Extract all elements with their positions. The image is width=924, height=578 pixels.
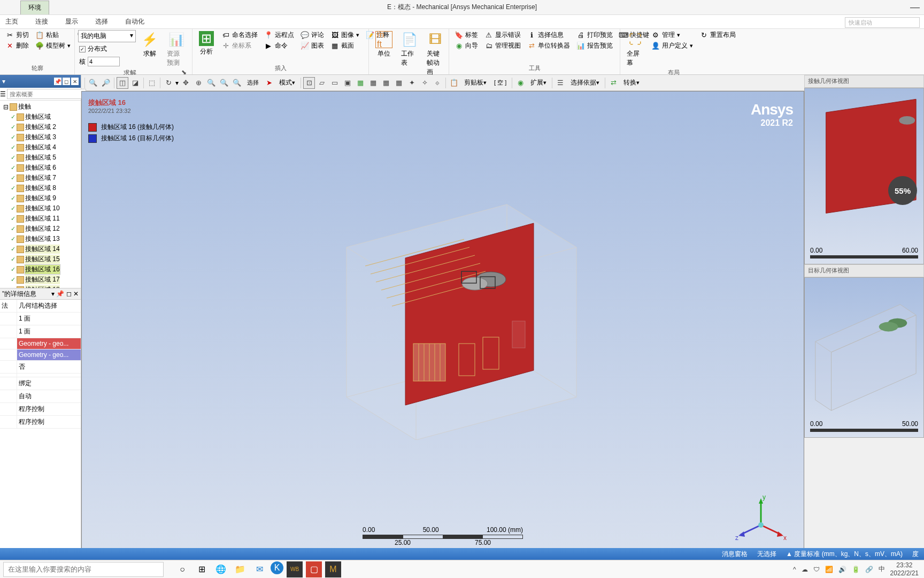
view-mgr-button[interactable]: 🗂管理视图 bbox=[482, 41, 523, 51]
sel-node-icon[interactable]: ▦ bbox=[355, 77, 366, 89]
detail-row[interactable]: 程序控制 bbox=[0, 416, 81, 429]
tree-item[interactable]: ✓接触区域 16 bbox=[1, 264, 80, 275]
tray-battery-icon[interactable]: 🔋 bbox=[852, 566, 860, 573]
report-button[interactable]: 📊报告预览 bbox=[574, 41, 615, 51]
tree-item[interactable]: ✓接触区域 bbox=[1, 112, 80, 122]
tree-item[interactable]: ✓接触区域 7 bbox=[1, 173, 80, 183]
tree-item[interactable]: ✓接触区域 10 bbox=[1, 203, 80, 214]
chart-button[interactable]: 📈图表 bbox=[298, 41, 326, 51]
extend-icon[interactable]: ◉ bbox=[514, 77, 526, 89]
tray-volume-icon[interactable]: 🔊 bbox=[838, 566, 846, 573]
tree-item[interactable]: ✓接触区域 4 bbox=[1, 142, 80, 153]
cores-input[interactable] bbox=[88, 57, 120, 66]
tree-button[interactable]: 🌳模型树▾ bbox=[33, 41, 73, 51]
tree-item[interactable]: ✓接触区域 2 bbox=[1, 122, 80, 132]
tree-item[interactable]: ✓接触区域 15 bbox=[1, 254, 80, 264]
details-grid[interactable]: 法几何结构选择1 面1 面Geometry - geo...Geometry -… bbox=[0, 300, 81, 429]
cube-wire-icon[interactable]: ◪ bbox=[129, 77, 141, 89]
pan-icon[interactable]: ✥ bbox=[180, 77, 191, 89]
extend-label[interactable]: 扩展▾ bbox=[527, 78, 550, 87]
cube-shaded-icon[interactable]: ◫ bbox=[117, 77, 128, 89]
menu-select[interactable]: 选择 bbox=[87, 15, 117, 28]
selinfo-button[interactable]: ℹ选择信息 bbox=[525, 30, 572, 40]
manage-button[interactable]: ⚙管理▾ bbox=[649, 30, 695, 40]
pin-icon[interactable]: 📌 bbox=[54, 78, 61, 85]
wizard-button[interactable]: ◉向导 bbox=[452, 41, 480, 51]
comment-button[interactable]: 💬评论 bbox=[298, 30, 326, 40]
detail-row[interactable]: 法几何结构选择 bbox=[0, 300, 81, 313]
context-tab[interactable]: 环境 bbox=[20, 1, 49, 14]
clipboard-icon[interactable]: 📋 bbox=[448, 77, 460, 89]
close-icon[interactable]: ✕ bbox=[71, 78, 79, 85]
detail-row[interactable]: 程序控制 bbox=[0, 403, 81, 416]
unitconv-button[interactable]: ⇄单位转换器 bbox=[525, 41, 572, 51]
tray-ime[interactable]: 中 bbox=[879, 565, 885, 574]
contact-body-view[interactable]: 55% 0.0060.00 bbox=[804, 88, 924, 264]
sel-face-icon[interactable]: ▭ bbox=[329, 77, 341, 89]
sel-body-icon[interactable]: ▣ bbox=[342, 77, 353, 89]
detail-row[interactable]: 自动 bbox=[0, 390, 81, 403]
app-wb-icon[interactable]: WB bbox=[287, 561, 303, 577]
named-sel-button[interactable]: 🏷命名选择 bbox=[219, 30, 260, 40]
sel-elem-icon[interactable]: ▦ bbox=[367, 77, 379, 89]
detail-row[interactable]: 绑定 bbox=[0, 377, 81, 390]
edge-icon[interactable]: 🌐 bbox=[213, 561, 229, 577]
minimize-button[interactable]: — bbox=[910, 2, 920, 13]
sel-edge-icon[interactable]: ▱ bbox=[316, 77, 328, 89]
sel-vertex-icon[interactable]: ⊡ bbox=[303, 77, 315, 89]
detail-row[interactable] bbox=[0, 374, 81, 377]
zoom-in-icon[interactable]: 🔍 bbox=[87, 77, 99, 89]
fullscreen-button[interactable]: ⛶全屏幕 bbox=[623, 30, 647, 69]
detail-row[interactable]: 1 面 bbox=[0, 325, 81, 338]
analysis-button[interactable]: ⊞分析 bbox=[196, 30, 217, 57]
cursor-icon[interactable]: ➤ bbox=[263, 77, 275, 89]
errors-button[interactable]: ⚠显示错误 bbox=[482, 30, 523, 40]
solve-button[interactable]: ⚡求解 bbox=[138, 30, 161, 59]
zoom-fit-icon[interactable]: ⊕ bbox=[192, 77, 204, 89]
rotate-icon[interactable]: ↻ bbox=[163, 77, 174, 89]
cut-button[interactable]: ✂剪切 bbox=[3, 30, 31, 40]
explorer-icon[interactable]: 📁 bbox=[232, 561, 248, 577]
iso-icon[interactable]: ⬚ bbox=[146, 77, 158, 89]
tray-security-icon[interactable]: 🛡 bbox=[813, 566, 820, 573]
app-m-icon[interactable]: M bbox=[325, 561, 341, 577]
main-viewport[interactable]: 接触区域 16 2022/2/21 23:32 接触区域 16 (接触几何体) … bbox=[81, 91, 804, 558]
zoom-minus-icon[interactable]: 🔍 bbox=[218, 77, 230, 89]
tray-wifi-icon[interactable]: 📶 bbox=[825, 566, 833, 573]
remote-pt-button[interactable]: 📍远程点 bbox=[262, 30, 296, 40]
target-body-view[interactable]: 0.0050.00 bbox=[804, 277, 924, 438]
quick-launch-input[interactable]: 快速启动 bbox=[845, 17, 920, 28]
window-icon[interactable]: ◻ bbox=[63, 78, 70, 85]
convert-icon[interactable]: ⇄ bbox=[607, 77, 619, 89]
sel-d-icon[interactable]: ✧ bbox=[419, 77, 430, 89]
tray-link-icon[interactable]: 🔗 bbox=[865, 566, 873, 573]
windows-search-input[interactable] bbox=[3, 562, 164, 577]
cortana-icon[interactable]: ○ bbox=[174, 561, 190, 577]
coord-button[interactable]: ✛坐标系 bbox=[219, 41, 260, 51]
computer-dropdown[interactable]: 我的电脑 ▾ bbox=[78, 30, 136, 42]
tree-root[interactable]: ⊟接触 bbox=[1, 102, 80, 112]
taskview-icon[interactable]: ⊞ bbox=[194, 561, 210, 577]
detail-row[interactable]: 1 面 bbox=[0, 313, 81, 325]
tree-item[interactable]: ✓接触区域 13 bbox=[1, 234, 80, 244]
zoom-out-icon[interactable]: 🔎 bbox=[100, 77, 112, 89]
selectby-label[interactable]: 选择依据▾ bbox=[567, 78, 603, 87]
tag-button[interactable]: 🔖标签 bbox=[452, 30, 480, 40]
tree-item[interactable]: ✓接触区域 8 bbox=[1, 183, 80, 193]
image-button[interactable]: 🖼图像▾ bbox=[328, 30, 361, 40]
menu-display[interactable]: 显示 bbox=[57, 15, 87, 28]
keyframe-button[interactable]: 🎞关键帧动画 bbox=[424, 30, 447, 78]
outline-search-input[interactable] bbox=[7, 89, 86, 99]
worksheet-button[interactable]: 📄工作表 bbox=[398, 30, 421, 69]
command-button[interactable]: ▶命令 bbox=[262, 41, 296, 51]
paste-button[interactable]: 📋粘贴 bbox=[33, 30, 73, 40]
tree-item[interactable]: ✓接触区域 5 bbox=[1, 153, 80, 163]
sel-a-icon[interactable]: ▦ bbox=[380, 77, 392, 89]
detail-row[interactable]: Geometry - geo... bbox=[0, 349, 81, 361]
zoom-plus-icon[interactable]: 🔍 bbox=[205, 77, 217, 89]
sel-b-icon[interactable]: ▦ bbox=[393, 77, 405, 89]
unit-button[interactable]: m ft单位 bbox=[372, 30, 396, 59]
tray-cloud-icon[interactable]: ☁ bbox=[802, 566, 808, 573]
tree-item[interactable]: ✓接触区域 9 bbox=[1, 193, 80, 203]
detail-row[interactable]: Geometry - geo... bbox=[0, 338, 81, 349]
